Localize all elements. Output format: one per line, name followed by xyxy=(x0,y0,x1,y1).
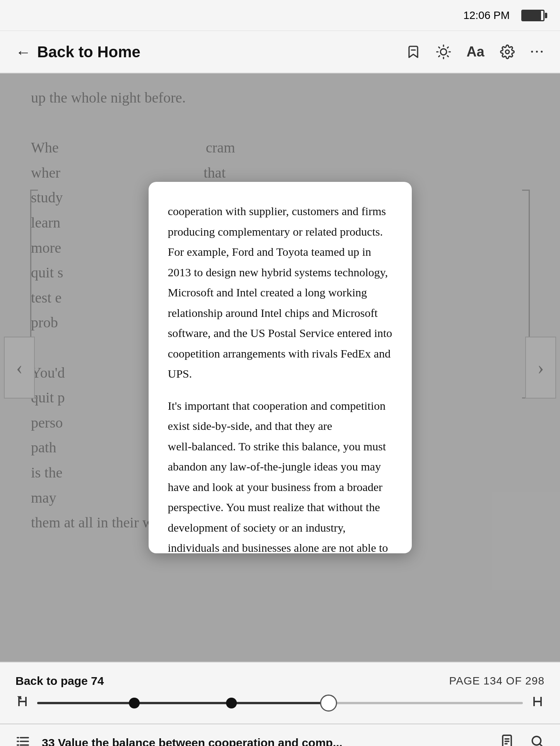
svg-line-8 xyxy=(439,56,440,56)
chapter-title: 33 Value the balance between cooperation… xyxy=(42,736,488,746)
svg-point-10 xyxy=(505,50,509,54)
progress-track[interactable] xyxy=(37,702,523,704)
svg-point-1 xyxy=(441,49,447,55)
modal-text: cooperation with supplier, customers and… xyxy=(168,201,392,553)
search-icon[interactable] xyxy=(530,734,545,746)
page-count-label: PAGE 134 OF 298 xyxy=(449,675,545,687)
chapter-bar: 33 Value the balance between cooperation… xyxy=(0,724,560,746)
svg-line-4 xyxy=(439,47,440,48)
toc-icon[interactable] xyxy=(15,734,30,746)
modal-content: cooperation with supplier, customers and… xyxy=(149,182,412,553)
bookmark-icon[interactable] xyxy=(406,44,421,59)
svg-line-9 xyxy=(448,47,449,48)
progress-row xyxy=(15,695,545,712)
svg-line-5 xyxy=(448,56,449,56)
back-label: Back to Home xyxy=(37,43,140,61)
brightness-icon[interactable] xyxy=(436,44,451,59)
page-info-row: Back to page 74 PAGE 134 OF 298 xyxy=(15,674,545,688)
font-icon[interactable]: Aa xyxy=(466,44,484,60)
progress-thumb[interactable] xyxy=(320,695,337,712)
top-nav: ← Back to Home Aa xyxy=(0,31,560,74)
battery-icon xyxy=(521,10,545,21)
status-time: 12:06 PM xyxy=(463,9,510,22)
progress-end-icon[interactable] xyxy=(531,695,545,712)
back-to-page-label[interactable]: Back to page 74 xyxy=(15,674,104,688)
status-bar: 12:06 PM xyxy=(0,0,560,31)
more-icon[interactable]: ··· xyxy=(530,43,545,61)
bottom-bar: Back to page 74 PAGE 134 OF 298 xyxy=(0,662,560,724)
modal-paragraph-2: It's important that cooperation and comp… xyxy=(168,396,392,554)
settings-icon[interactable] xyxy=(500,44,515,59)
back-button[interactable]: ← Back to Home xyxy=(15,43,140,61)
back-arrow-icon: ← xyxy=(15,43,31,61)
nav-icons: Aa ··· xyxy=(406,43,545,61)
progress-dot-1 xyxy=(129,698,140,708)
document-icon[interactable] xyxy=(500,734,514,746)
progress-dot-2 xyxy=(226,698,237,708)
progress-fill xyxy=(37,702,329,704)
modal-overlay[interactable]: cooperation with supplier, customers and… xyxy=(0,74,560,662)
svg-line-28 xyxy=(540,744,543,746)
chapter-icons xyxy=(500,734,545,746)
reading-area: up the whole night before. Whecram whert… xyxy=(0,74,560,662)
progress-start-icon[interactable] xyxy=(15,695,29,712)
modal-paragraph-1: cooperation with supplier, customers and… xyxy=(168,201,392,384)
